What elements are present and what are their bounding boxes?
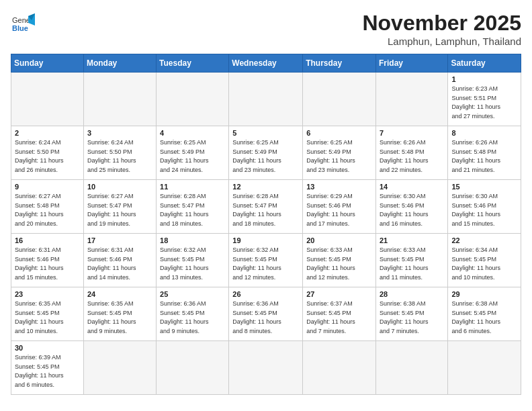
week-row-4: 16Sunrise: 6:31 AM Sunset: 5:46 PM Dayli… (11, 234, 521, 287)
day-cell (229, 73, 303, 126)
week-row-1: 1Sunrise: 6:23 AM Sunset: 5:51 PM Daylig… (11, 73, 521, 126)
day-info: Sunrise: 6:25 AM Sunset: 5:49 PM Dayligh… (232, 138, 299, 175)
day-cell (303, 341, 376, 395)
day-info: Sunrise: 6:36 AM Sunset: 5:45 PM Dayligh… (232, 300, 299, 336)
day-number: 13 (306, 183, 372, 191)
day-number: 16 (15, 236, 80, 244)
day-info: Sunrise: 6:33 AM Sunset: 5:45 PM Dayligh… (380, 246, 444, 282)
day-info: Sunrise: 6:32 AM Sunset: 5:45 PM Dayligh… (160, 246, 225, 282)
day-cell: 12Sunrise: 6:28 AM Sunset: 5:47 PM Dayli… (229, 180, 303, 234)
day-cell (375, 341, 447, 395)
week-row-5: 23Sunrise: 6:35 AM Sunset: 5:45 PM Dayli… (11, 287, 521, 341)
day-info: Sunrise: 6:26 AM Sunset: 5:48 PM Dayligh… (380, 138, 444, 175)
logo: General Blue (11, 11, 35, 35)
title-section: November 2025 Lamphun, Lamphun, Thailand (362, 11, 521, 47)
day-cell (229, 341, 303, 395)
calendar-header-row: SundayMondayTuesdayWednesdayThursdayFrid… (11, 54, 521, 73)
col-header-saturday: Saturday (448, 54, 521, 73)
day-cell: 16Sunrise: 6:31 AM Sunset: 5:46 PM Dayli… (11, 234, 84, 287)
col-header-thursday: Thursday (303, 54, 376, 73)
day-info: Sunrise: 6:36 AM Sunset: 5:45 PM Dayligh… (160, 300, 225, 336)
day-number: 9 (15, 183, 80, 191)
day-cell: 11Sunrise: 6:28 AM Sunset: 5:47 PM Dayli… (157, 180, 229, 234)
day-info: Sunrise: 6:34 AM Sunset: 5:45 PM Dayligh… (451, 246, 517, 282)
day-info: Sunrise: 6:31 AM Sunset: 5:46 PM Dayligh… (87, 246, 152, 282)
day-number: 7 (380, 129, 444, 137)
day-cell: 23Sunrise: 6:35 AM Sunset: 5:45 PM Dayli… (11, 287, 84, 341)
day-number: 2 (15, 129, 80, 137)
day-info: Sunrise: 6:38 AM Sunset: 5:45 PM Dayligh… (451, 300, 517, 336)
day-cell: 25Sunrise: 6:36 AM Sunset: 5:45 PM Dayli… (157, 287, 229, 341)
day-info: Sunrise: 6:23 AM Sunset: 5:51 PM Dayligh… (451, 85, 517, 121)
day-number: 29 (451, 290, 517, 298)
day-number: 28 (380, 290, 444, 298)
day-info: Sunrise: 6:25 AM Sunset: 5:49 PM Dayligh… (160, 138, 225, 175)
day-cell: 5Sunrise: 6:25 AM Sunset: 5:49 PM Daylig… (229, 126, 303, 180)
day-cell: 17Sunrise: 6:31 AM Sunset: 5:46 PM Dayli… (83, 234, 156, 287)
col-header-friday: Friday (375, 54, 447, 73)
day-cell: 14Sunrise: 6:30 AM Sunset: 5:46 PM Dayli… (375, 180, 447, 234)
day-number: 17 (87, 236, 152, 244)
day-info: Sunrise: 6:27 AM Sunset: 5:48 PM Dayligh… (15, 192, 80, 228)
day-number: 8 (451, 129, 517, 137)
location-title: Lamphun, Lamphun, Thailand (362, 36, 521, 47)
day-cell: 19Sunrise: 6:32 AM Sunset: 5:45 PM Dayli… (229, 234, 303, 287)
day-cell (83, 73, 156, 126)
day-cell (448, 341, 521, 395)
day-cell: 7Sunrise: 6:26 AM Sunset: 5:48 PM Daylig… (375, 126, 447, 180)
day-number: 15 (451, 183, 517, 191)
svg-text:Blue: Blue (12, 24, 28, 32)
col-header-tuesday: Tuesday (157, 54, 229, 73)
week-row-2: 2Sunrise: 6:24 AM Sunset: 5:50 PM Daylig… (11, 126, 521, 180)
col-header-wednesday: Wednesday (229, 54, 303, 73)
day-info: Sunrise: 6:28 AM Sunset: 5:47 PM Dayligh… (160, 192, 225, 228)
day-cell: 18Sunrise: 6:32 AM Sunset: 5:45 PM Dayli… (157, 234, 229, 287)
day-info: Sunrise: 6:35 AM Sunset: 5:45 PM Dayligh… (87, 300, 152, 336)
day-info: Sunrise: 6:30 AM Sunset: 5:46 PM Dayligh… (451, 192, 517, 228)
day-number: 6 (306, 129, 372, 137)
day-cell: 27Sunrise: 6:37 AM Sunset: 5:45 PM Dayli… (303, 287, 376, 341)
day-cell: 13Sunrise: 6:29 AM Sunset: 5:46 PM Dayli… (303, 180, 376, 234)
day-number: 22 (451, 236, 517, 244)
day-number: 1 (451, 75, 517, 83)
day-cell (303, 73, 376, 126)
day-number: 3 (87, 129, 152, 137)
day-number: 25 (160, 290, 225, 298)
day-number: 19 (232, 236, 299, 244)
day-info: Sunrise: 6:25 AM Sunset: 5:49 PM Dayligh… (306, 138, 372, 175)
day-info: Sunrise: 6:28 AM Sunset: 5:47 PM Dayligh… (232, 192, 299, 228)
calendar-table: SundayMondayTuesdayWednesdayThursdayFrid… (11, 54, 521, 395)
day-cell: 20Sunrise: 6:33 AM Sunset: 5:45 PM Dayli… (303, 234, 376, 287)
day-number: 26 (232, 290, 299, 298)
day-info: Sunrise: 6:24 AM Sunset: 5:50 PM Dayligh… (87, 138, 152, 175)
week-row-3: 9Sunrise: 6:27 AM Sunset: 5:48 PM Daylig… (11, 180, 521, 234)
day-info: Sunrise: 6:29 AM Sunset: 5:46 PM Dayligh… (306, 192, 372, 228)
day-number: 4 (160, 129, 225, 137)
day-cell: 1Sunrise: 6:23 AM Sunset: 5:51 PM Daylig… (448, 73, 521, 126)
day-info: Sunrise: 6:32 AM Sunset: 5:45 PM Dayligh… (232, 246, 299, 282)
col-header-monday: Monday (83, 54, 156, 73)
day-cell: 26Sunrise: 6:36 AM Sunset: 5:45 PM Dayli… (229, 287, 303, 341)
day-number: 10 (87, 183, 152, 191)
day-number: 20 (306, 236, 372, 244)
day-number: 23 (15, 290, 80, 298)
day-info: Sunrise: 6:39 AM Sunset: 5:45 PM Dayligh… (15, 353, 80, 390)
day-cell: 9Sunrise: 6:27 AM Sunset: 5:48 PM Daylig… (11, 180, 84, 234)
day-number: 5 (232, 129, 299, 137)
page-header: General Blue November 2025 Lamphun, Lamp… (11, 11, 521, 47)
day-number: 18 (160, 236, 225, 244)
day-cell: 30Sunrise: 6:39 AM Sunset: 5:45 PM Dayli… (11, 341, 84, 395)
day-info: Sunrise: 6:30 AM Sunset: 5:46 PM Dayligh… (380, 192, 444, 228)
day-cell: 22Sunrise: 6:34 AM Sunset: 5:45 PM Dayli… (448, 234, 521, 287)
day-cell: 8Sunrise: 6:26 AM Sunset: 5:48 PM Daylig… (448, 126, 521, 180)
day-info: Sunrise: 6:37 AM Sunset: 5:45 PM Dayligh… (306, 300, 372, 336)
day-cell (83, 341, 156, 395)
day-number: 21 (380, 236, 444, 244)
day-info: Sunrise: 6:24 AM Sunset: 5:50 PM Dayligh… (15, 138, 80, 175)
day-cell: 28Sunrise: 6:38 AM Sunset: 5:45 PM Dayli… (375, 287, 447, 341)
day-cell: 15Sunrise: 6:30 AM Sunset: 5:46 PM Dayli… (448, 180, 521, 234)
day-info: Sunrise: 6:27 AM Sunset: 5:47 PM Dayligh… (87, 192, 152, 228)
day-cell: 2Sunrise: 6:24 AM Sunset: 5:50 PM Daylig… (11, 126, 84, 180)
day-number: 24 (87, 290, 152, 298)
day-number: 30 (15, 344, 80, 352)
